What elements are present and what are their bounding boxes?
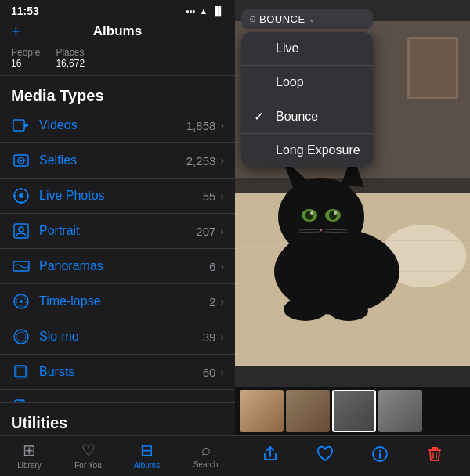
tab-albums[interactable]: ⊟ Albums bbox=[118, 441, 176, 470]
dropdown-trigger-label: BOUNCE bbox=[259, 13, 306, 25]
dropdown-menu: Live Loop ✓ Bounce Long Exposure bbox=[241, 32, 373, 167]
delete-button[interactable] bbox=[421, 441, 448, 472]
item-count: 2,253 bbox=[186, 154, 216, 168]
tab-library-label: Library bbox=[17, 461, 42, 470]
chevron-icon: › bbox=[220, 189, 224, 202]
foryou-icon: ♡ bbox=[81, 441, 96, 460]
albums-icon: ⊟ bbox=[140, 441, 154, 460]
checkmark-icon: ✓ bbox=[254, 109, 268, 124]
panoramas-icon bbox=[11, 256, 31, 276]
list-item[interactable]: Videos 1,858 › bbox=[0, 108, 235, 143]
svg-point-18 bbox=[16, 332, 26, 341]
item-name: Live Photos bbox=[39, 189, 203, 203]
right-panel: ⊙ BOUNCE ⌄ Live Loop ✓ Bounce bbox=[235, 0, 470, 476]
screenshots-icon bbox=[11, 397, 31, 402]
svg-point-43 bbox=[310, 211, 313, 215]
svg-rect-34 bbox=[410, 39, 456, 97]
item-name: Time-lapse bbox=[39, 294, 209, 308]
tab-bar: ⊞ Library ♡ For You ⊟ Albums ⌕ Search bbox=[0, 435, 235, 476]
tab-foryou-label: For You bbox=[74, 461, 101, 470]
tab-albums-label: Albums bbox=[134, 461, 160, 470]
item-count: 55 bbox=[203, 189, 216, 203]
bursts-icon bbox=[11, 362, 31, 382]
thumbnail-strip bbox=[235, 387, 470, 435]
list-item[interactable]: Bursts 60 › bbox=[0, 355, 235, 390]
cat-photo: ⊙ BOUNCE ⌄ Live Loop ✓ Bounce bbox=[235, 0, 470, 387]
people-count: 16 bbox=[11, 58, 40, 69]
heart-button[interactable] bbox=[312, 441, 338, 472]
svg-point-12 bbox=[19, 227, 24, 232]
chevron-icon: › bbox=[220, 119, 224, 132]
info-button[interactable] bbox=[367, 441, 393, 472]
places-item[interactable]: Places 16,672 bbox=[56, 47, 85, 69]
chevron-icon: › bbox=[220, 154, 224, 167]
list-item[interactable]: Selfies 2,253 › bbox=[0, 143, 235, 178]
thumbnail-item[interactable] bbox=[378, 390, 422, 432]
albums-title: Albums bbox=[93, 23, 142, 39]
item-name: Selfies bbox=[39, 153, 186, 168]
utilities-header: Utilities bbox=[0, 402, 235, 435]
dropdown-item-loop[interactable]: Loop bbox=[241, 66, 373, 99]
albums-header: + Albums bbox=[0, 20, 235, 44]
portrait-icon bbox=[11, 221, 31, 241]
video-icon bbox=[11, 115, 31, 135]
status-time: 11:53 bbox=[11, 5, 39, 17]
svg-marker-1 bbox=[24, 123, 29, 128]
item-name: Slo-mo bbox=[39, 330, 203, 344]
selfie-icon bbox=[11, 150, 31, 171]
list-item[interactable]: Panoramas 6 › bbox=[0, 249, 235, 284]
tab-foryou[interactable]: ♡ For You bbox=[59, 441, 118, 470]
chevron-icon: › bbox=[220, 330, 224, 343]
chevron-icon: › bbox=[220, 225, 224, 237]
media-types-header: Media Types bbox=[0, 76, 235, 108]
item-count: 207 bbox=[196, 225, 215, 238]
thumbnail-item[interactable] bbox=[240, 390, 284, 432]
list-item[interactable]: Time-lapse 2 › bbox=[0, 284, 235, 319]
dropdown-item-live[interactable]: Live bbox=[241, 32, 373, 66]
list-item[interactable]: Slo-mo 39 › bbox=[0, 319, 235, 355]
dropdown-item-longexposure[interactable]: Long Exposure bbox=[241, 134, 373, 167]
tab-search-label: Search bbox=[193, 460, 219, 469]
chevron-icon: › bbox=[220, 366, 224, 378]
item-count: 2 bbox=[209, 295, 215, 308]
chevron-icon: › bbox=[220, 260, 224, 272]
action-bar bbox=[235, 435, 470, 476]
share-button[interactable] bbox=[257, 441, 284, 472]
chevron-icon: › bbox=[220, 295, 224, 308]
timelapse-icon bbox=[11, 291, 31, 312]
library-icon: ⊞ bbox=[23, 441, 36, 460]
places-count: 16,672 bbox=[56, 58, 85, 69]
svg-point-44 bbox=[334, 211, 337, 215]
svg-point-54 bbox=[379, 449, 381, 451]
dropdown-chevron-icon: ⌄ bbox=[309, 15, 315, 23]
dropdown-container: ⊙ BOUNCE ⌄ Live Loop ✓ Bounce bbox=[241, 9, 373, 167]
item-name: Bursts bbox=[39, 365, 203, 379]
svg-point-50 bbox=[284, 298, 327, 321]
dropdown-item-label: Bounce bbox=[276, 110, 318, 124]
tab-library[interactable]: ⊞ Library bbox=[0, 441, 59, 470]
add-button[interactable]: + bbox=[11, 21, 21, 41]
people-item[interactable]: People 16 bbox=[11, 47, 40, 69]
wifi-icon: ▲ bbox=[200, 6, 208, 16]
svg-point-6 bbox=[19, 193, 24, 198]
item-count: 60 bbox=[203, 366, 216, 379]
list-item[interactable]: Live Photos 55 › bbox=[0, 178, 235, 214]
item-count: 1,858 bbox=[186, 119, 216, 132]
item-count: 39 bbox=[203, 330, 216, 344]
live-photo-icon-small: ⊙ bbox=[249, 14, 256, 24]
tab-search[interactable]: ⌕ Search bbox=[176, 441, 235, 470]
list-item[interactable]: Screenshots 2,218 › bbox=[0, 390, 235, 402]
item-count: 6 bbox=[209, 260, 215, 273]
live-photos-icon bbox=[11, 186, 31, 206]
svg-point-4 bbox=[20, 160, 23, 162]
item-name: Panoramas bbox=[39, 259, 209, 273]
dropdown-item-bounce[interactable]: ✓ Bounce bbox=[241, 99, 373, 134]
thumbnail-item[interactable] bbox=[286, 390, 330, 432]
svg-rect-0 bbox=[13, 120, 24, 131]
dropdown-trigger[interactable]: ⊙ BOUNCE ⌄ bbox=[241, 9, 373, 29]
thumbnail-item[interactable] bbox=[332, 390, 376, 432]
places-label: Places bbox=[56, 47, 85, 58]
signal-icon: ▪▪▪ bbox=[186, 6, 196, 16]
status-bar: 11:53 ▪▪▪ ▲ ▐▌ bbox=[0, 0, 235, 20]
list-item[interactable]: Portrait 207 › bbox=[0, 214, 235, 249]
